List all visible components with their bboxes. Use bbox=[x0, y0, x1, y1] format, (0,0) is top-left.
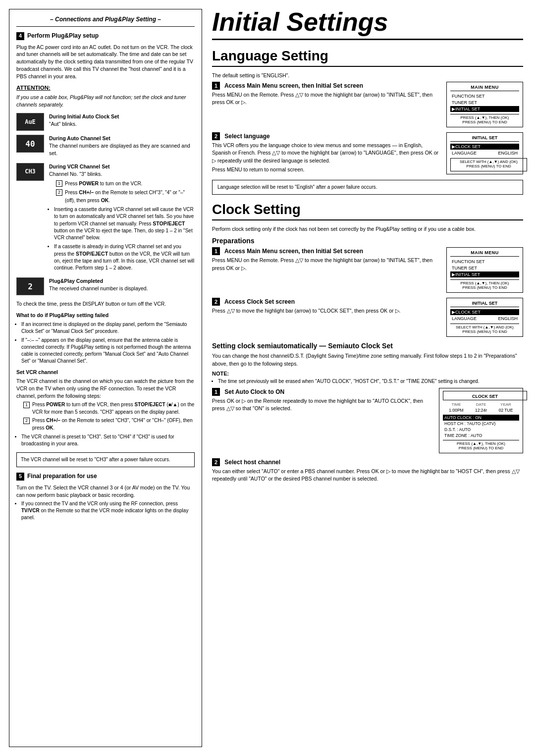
language-setting-heading: Language Setting bbox=[212, 48, 523, 67]
lang-screen-row-1: ▶CLOCK SET bbox=[450, 144, 519, 150]
display-items: AuE During Initial Auto Clock Set "Aut" … bbox=[16, 113, 195, 295]
page-title: Initial Settings bbox=[212, 9, 523, 40]
prep-step1-text: Press MENU on the Remote. Press △▽ to mo… bbox=[212, 257, 441, 271]
display-label-1-bold: During Initial Auto Clock Set bbox=[49, 113, 119, 119]
display-row-2: 40 During Auto Channel Set The channel n… bbox=[16, 135, 195, 159]
semi-step2-title: 2 Select host channel bbox=[212, 458, 523, 466]
lang-step1-text: Press MENU on the Remote. Press △▽ to mo… bbox=[212, 91, 441, 106]
set-vcr-title: Set VCR channel bbox=[16, 369, 195, 376]
prep-step1-block: 1 Access Main Menu screen, then Initial … bbox=[212, 247, 523, 293]
vcr-bullet-list: Inserting a cassette during VCR channel … bbox=[49, 206, 195, 271]
display-label-4: Plug&Play Completed The received channel… bbox=[49, 277, 195, 294]
language-notice-box: Language selection will be reset to "Eng… bbox=[212, 180, 523, 195]
attention-text: If you use a cable box, Plug&Play will n… bbox=[16, 94, 195, 108]
prep-step2-screen: INITIAL SET ▶CLOCK SET LANGUAGEENGLISH S… bbox=[446, 298, 523, 337]
step4-number: 4 bbox=[16, 32, 24, 40]
final-prep-bullets: If you connect the TV and the VCR only u… bbox=[16, 500, 195, 521]
semi-step1-text: Press OK or ▷ on the Remote repeatedly t… bbox=[212, 397, 434, 412]
prep-step1-content: 1 Access Main Menu screen, then Initial … bbox=[212, 247, 441, 273]
display-label-1: During Initial Auto Clock Set "Aut" blin… bbox=[49, 113, 195, 130]
lang-step1-screen-item-1: FUNCTION SET bbox=[450, 93, 519, 99]
language-setting-body: The default setting is "ENGLISH". 1 Acce… bbox=[212, 72, 523, 195]
final-prep-heading: 5 Final preparation for use bbox=[16, 472, 195, 481]
display-icon-3: CH3 bbox=[16, 163, 44, 181]
prep-step2-block: 2 Access Clock Set screen Press △▽ to mo… bbox=[212, 298, 523, 337]
display-label-2-text: The channel numbers are displayed as the… bbox=[49, 142, 195, 157]
lang-step2-title: 2 Select language bbox=[212, 132, 441, 140]
set-vcr-bullet: The VCR channel is preset to "CH3". Set … bbox=[21, 433, 195, 447]
lang-step1-screen-item-3: ▶INITIAL SET bbox=[450, 106, 519, 112]
lang-step1-content: 1 Access Main Menu screen, then Initial … bbox=[212, 82, 441, 108]
semi-step2-num: 2 bbox=[212, 458, 220, 466]
attention-box: ATTENTION: If you use a cable box, Plug&… bbox=[16, 84, 195, 108]
lang-step2-content: 2 Select language This VCR offers you th… bbox=[212, 132, 441, 175]
lang-step2-block: 2 Select language This VCR offers you th… bbox=[212, 132, 523, 175]
display-label-3-bold: During VCR Channel Set bbox=[49, 163, 110, 169]
vcr-bullet-2: If a cassette is already in during VCR c… bbox=[54, 243, 195, 271]
what-if-bullet-1: If an incorrect time is displayed on the… bbox=[21, 321, 195, 335]
set-vcr-bullets: The VCR channel is preset to "CH3". Set … bbox=[16, 433, 195, 447]
prep-step2-num: 2 bbox=[212, 298, 220, 306]
lang-step1-screen: MAIN MENU FUNCTION SET TUNER SET ▶INITIA… bbox=[446, 82, 523, 127]
semi-screen-row-dst: D.S.T. : AUTO bbox=[443, 427, 519, 432]
prep-step2-title: 2 Access Clock Set screen bbox=[212, 298, 441, 306]
what-if-bullets: If an incorrect time is displayed on the… bbox=[16, 321, 195, 365]
prep-step1-screen-item-2: TUNER SET bbox=[450, 265, 519, 271]
semi-step2-text: You can either select "AUTO" or enter a … bbox=[212, 468, 523, 483]
set-vcr-step-1: 1Press POWER to turn off the VCR, then p… bbox=[23, 401, 195, 416]
vcr-info-box: The VCR channel will be reset to "CH3" a… bbox=[16, 452, 195, 467]
display-row-4: 2 Plug&Play Completed The received chann… bbox=[16, 277, 195, 295]
lang-step1-screen-title: MAIN MENU bbox=[450, 85, 519, 91]
clock-setting-heading: Clock Setting bbox=[212, 202, 523, 220]
lang-step2-text2: Press MENU to return to normal screen. bbox=[212, 166, 441, 173]
lang-step1-block: 1 Access Main Menu screen, then Initial … bbox=[212, 82, 523, 127]
lang-step1-title: 1 Access Main Menu screen, then Initial … bbox=[212, 82, 441, 90]
plug-completed-label: Plug&Play Completed bbox=[49, 278, 103, 284]
note-title: NOTE: bbox=[212, 371, 523, 377]
prep-step1-screen-item-3: ▶INITIAL SET bbox=[450, 271, 519, 277]
lang-step2-text1: This VCR offers you the language choice … bbox=[212, 142, 441, 164]
lang-step2-screen-footer: SELECT WITH (▲,▼) AND (OK)PRESS (MENU) T… bbox=[450, 158, 527, 171]
note-block: NOTE: The time set previously will be er… bbox=[212, 371, 523, 385]
language-default-text: The default setting is "ENGLISH". bbox=[212, 72, 523, 79]
vcr-bullet-1: Inserting a cassette during VCR channel … bbox=[54, 206, 195, 241]
what-if-title: What to do if Plug&Play setting failed bbox=[16, 312, 195, 319]
prep-step1-screen-title: MAIN MENU bbox=[450, 250, 519, 257]
semi-step2-block: 2 Select host channel You can either sel… bbox=[212, 458, 523, 484]
prep-step1-screen-footer: PRESS (▲,▼), THEN (OK)PRESS (MENU) TO EN… bbox=[450, 279, 519, 290]
semi-step1-num: 1 bbox=[212, 388, 220, 396]
attention-title: ATTENTION: bbox=[16, 84, 195, 92]
lang-step2-screen: INITIAL SET ▶CLOCK SET LANGUAGEENGLISH S… bbox=[446, 132, 523, 174]
left-column: – Connections and Plug&Play Setting – 4 … bbox=[9, 9, 202, 747]
left-section-title: – Connections and Plug&Play Setting – bbox=[16, 15, 195, 27]
vcr-step-2: 2Press CH+/– on the Remote to select CH"… bbox=[56, 189, 195, 204]
set-vcr-text: The VCR channel is the channel on which … bbox=[16, 378, 195, 399]
final-prep-bullet: If you connect the TV and the VCR only u… bbox=[21, 500, 195, 521]
clock-intro: Perform clock setting only if the clock … bbox=[212, 225, 523, 233]
display-icon-1: AuE bbox=[16, 113, 44, 131]
page-container: – Connections and Plug&Play Setting – 4 … bbox=[0, 0, 535, 756]
set-vcr-step-2: 2Press CH+/– on the Remote to select "CH… bbox=[23, 417, 195, 432]
semi-step1-screen: CLOCK SET TIMEDATEYEAR 1:00PM12:24r02 TU… bbox=[439, 388, 523, 453]
semi-screen-row-hostch: HOST CH : ?AUTO (CATV) bbox=[443, 421, 519, 427]
semi-step1-screen-rows: AUTO CLOCK : ON HOST CH : ?AUTO (CATV) D… bbox=[443, 415, 519, 438]
semi-step1-screen-data: 1:00PM12:24r02 TUE bbox=[443, 407, 519, 413]
semi-step1-screen-title: CLOCK SET bbox=[443, 391, 527, 400]
preparations-title: Preparations bbox=[212, 237, 523, 245]
final-prep-text: Turn on the TV. Select the VCR channel 3… bbox=[16, 484, 195, 498]
semi-step1-screen-footer: PRESS (▲,▼), THEN (OK)PRESS (MENU) TO EN… bbox=[443, 440, 519, 450]
note-bullets: The time set previously will be erased w… bbox=[212, 378, 523, 385]
prep-step2-screen-title: INITIAL SET bbox=[450, 301, 519, 307]
semiauto-intro: You can change the host channel/D.S.T. (… bbox=[212, 352, 523, 367]
note-bullet-1: The time set previously will be erased w… bbox=[218, 378, 523, 385]
lang-step2-screen-title: INITIAL SET bbox=[450, 135, 519, 142]
display-label-3: During VCR Channel Set Channel No. "3" b… bbox=[49, 163, 195, 273]
lang-step2-num: 2 bbox=[212, 132, 220, 140]
right-column: Initial Settings Language Setting The de… bbox=[202, 0, 535, 756]
semi-step1-block: 1 Set Auto Clock to ON Press OK or ▷ on … bbox=[212, 388, 523, 453]
set-vcr-steps: 1Press POWER to turn off the VCR, then p… bbox=[16, 401, 195, 432]
what-if-bullet-2: If "–:– –" appears on the display panel,… bbox=[21, 337, 195, 365]
vcr-channel-steps: 1Press POWER to turn on the VCR. 2Press … bbox=[49, 180, 195, 205]
left-main-step-heading: 4 Perform Plug&Play setup bbox=[16, 32, 195, 40]
display-label-2-bold: During Auto Channel Set bbox=[49, 135, 110, 141]
